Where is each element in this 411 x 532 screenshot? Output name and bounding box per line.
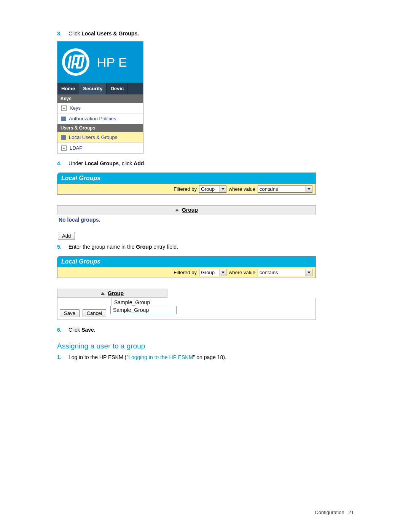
step-number: 5. <box>57 244 67 250</box>
sidebar-item-label: Keys <box>70 105 81 111</box>
filter-where-label: where value <box>229 270 255 275</box>
add-button[interactable]: Add <box>58 232 75 240</box>
tab-device[interactable]: Devic <box>107 83 128 94</box>
step-text: Click Save. <box>68 327 96 333</box>
chevron-down-icon <box>220 269 226 276</box>
group-row: Sample_Group <box>57 298 315 307</box>
no-local-groups-text: No local groups. <box>57 214 316 225</box>
footer-page-number: 21 <box>349 510 354 515</box>
sidebar-item-label: Local Users & Groups <box>69 134 117 140</box>
select-value: contains <box>260 186 278 192</box>
document-page: 3. Click Local Users & Groups. HP <box>0 0 411 532</box>
cancel-button[interactable]: Cancel <box>83 309 106 317</box>
filter-label: Filtered by <box>174 270 197 275</box>
panel-title: Local Groups <box>57 173 316 184</box>
page-footer: Configuration 21 <box>315 510 354 515</box>
step-6: 6. Click Save. <box>57 327 354 333</box>
expand-icon: + <box>61 105 67 111</box>
filter-field-select[interactable]: Group <box>199 185 226 193</box>
chevron-down-icon <box>220 186 226 192</box>
main-tabs: Home Security Devic <box>57 83 143 94</box>
cross-ref-link[interactable]: Logging in to the HP ESKM <box>128 354 193 360</box>
filter-label: Filtered by <box>174 186 197 192</box>
autocomplete-suggestion[interactable]: Sample_Group <box>110 306 177 314</box>
filter-op-select[interactable]: contains <box>258 185 312 193</box>
sort-asc-icon <box>175 209 179 211</box>
chevron-down-icon <box>306 269 312 276</box>
buttons-row-container: Save Cancel <box>57 307 315 320</box>
step-text: Log in to the HP ESKM ("Logging in to th… <box>68 354 226 360</box>
group-column-header[interactable]: Group <box>57 205 316 214</box>
step-number: 1. <box>57 354 67 360</box>
tab-home[interactable]: Home <box>57 83 79 94</box>
group-row-radio-cell <box>57 298 112 307</box>
hp-banner: HP E <box>57 42 143 83</box>
section-keys-list: + Keys Authorization Policies <box>57 103 143 124</box>
sidebar-item-ldap[interactable]: + LDAP <box>57 143 143 153</box>
panel-title: Local Groups <box>57 256 316 267</box>
filter-where-label: where value <box>229 186 255 192</box>
section-keys-header: Keys <box>57 94 143 103</box>
chevron-down-icon <box>306 186 312 192</box>
section-users-header: Users & Groups <box>57 124 143 132</box>
local-groups-panel-add: Local Groups Filtered by Group where val… <box>57 256 316 320</box>
step-number: 4. <box>57 160 67 166</box>
footer-section-label: Configuration <box>315 510 344 515</box>
step-text: Enter the group name in the Group entry … <box>68 244 178 250</box>
column-label: Group <box>108 290 124 296</box>
filter-bar: Filtered by Group where value contains <box>57 184 316 195</box>
local-groups-panel-empty: Local Groups Filtered by Group where val… <box>57 173 316 240</box>
step-number: 6. <box>57 327 67 333</box>
hp-logo-icon <box>62 48 89 76</box>
sidebar-item-label: LDAP <box>70 145 83 151</box>
save-button[interactable]: Save <box>60 309 80 317</box>
banner-title: HP E <box>97 55 127 70</box>
step-5: 5. Enter the group name in the Group ent… <box>57 244 354 250</box>
group-column-header[interactable]: Group <box>57 289 167 298</box>
bullet-icon <box>61 135 66 140</box>
sidebar-item-keys[interactable]: + Keys <box>57 103 143 113</box>
step-number: 3. <box>57 30 67 37</box>
sidebar-item-local-users-groups[interactable]: Local Users & Groups <box>57 132 143 143</box>
section-heading-assigning-user: Assigning a user to a group <box>57 342 354 350</box>
step-3: 3. Click Local Users & Groups. <box>57 30 354 37</box>
filter-op-select[interactable]: contains <box>258 269 312 276</box>
filter-bar: Filtered by Group where value contains <box>57 267 316 278</box>
expand-icon: + <box>61 145 67 151</box>
select-value: Group <box>201 186 215 192</box>
tab-security[interactable]: Security <box>79 83 107 94</box>
section-users-list: Local Users & Groups + LDAP <box>57 132 143 153</box>
section2-step-1: 1. Log in to the HP ESKM ("Logging in to… <box>57 354 354 360</box>
bullet-icon <box>61 117 66 121</box>
step-text: Click Local Users & Groups. <box>68 30 139 37</box>
column-label: Group <box>182 207 198 213</box>
select-value: Group <box>201 270 215 275</box>
step-4: 4. Under Local Groups, click Add. <box>57 160 354 166</box>
sidebar-item-auth-policies[interactable]: Authorization Policies <box>57 113 143 124</box>
hp-nav-screenshot: HP E Home Security Devic Keys + Keys Aut… <box>57 41 143 153</box>
sort-asc-icon <box>101 292 105 295</box>
sidebar-item-label: Authorization Policies <box>69 116 116 121</box>
select-value: contains <box>260 270 278 275</box>
filter-field-select[interactable]: Group <box>199 269 226 276</box>
step-text: Under Local Groups, click Add. <box>68 160 145 166</box>
